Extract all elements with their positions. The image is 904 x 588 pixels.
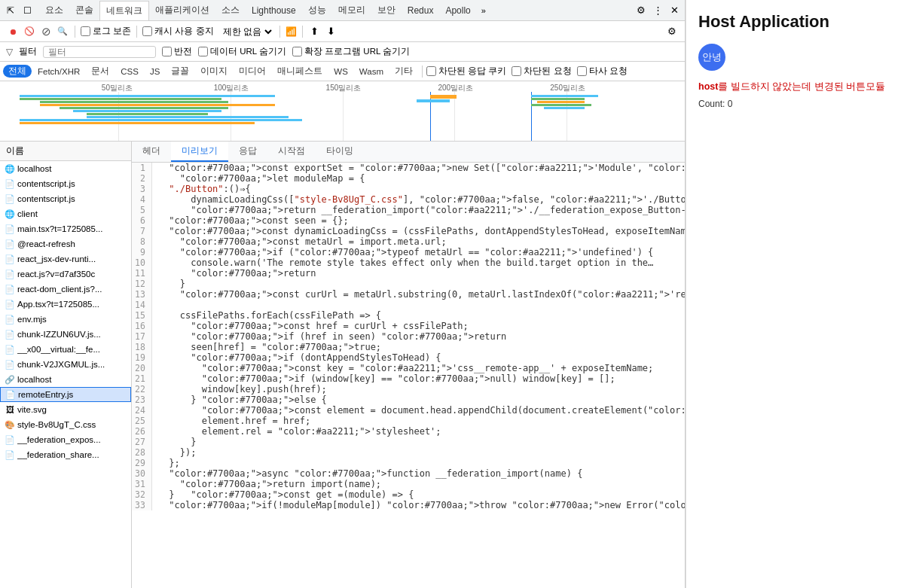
sub-tab-timing[interactable]: 타이밍: [316, 142, 364, 162]
file-item[interactable]: 🎨 style-Bv8UgT_C.css: [0, 417, 131, 432]
third-party-label[interactable]: 타사 요청: [577, 66, 628, 77]
invert-checkbox[interactable]: [162, 47, 172, 56]
log-preserve-checkbox[interactable]: [81, 26, 90, 36]
file-item[interactable]: 📄 remoteEntry.js: [0, 387, 131, 402]
file-list-header: 이름: [0, 142, 131, 161]
upload-button[interactable]: ⬆: [308, 25, 322, 38]
line-num: 3: [132, 184, 151, 194]
file-name: env.mjs: [17, 315, 127, 324]
download-button[interactable]: ⬇: [325, 25, 338, 38]
type-btn-이미지[interactable]: 이미지: [195, 65, 233, 78]
hide-data-url-checkbox[interactable]: [198, 47, 208, 56]
line-code: "color:#7700aa;">const exportSet = "colo…: [151, 163, 685, 173]
close-devtools-icon[interactable]: ✕: [667, 3, 682, 18]
search-button[interactable]: 🔍: [56, 25, 69, 38]
log-preserve[interactable]: 로그 보존: [81, 26, 131, 37]
code-view[interactable]: 1 "color:#7700aa;">const exportSet = "co…: [132, 163, 685, 588]
stop-button[interactable]: 🚫: [23, 25, 36, 38]
file-item[interactable]: 📄 chunk-IZZUN6UV.js...: [0, 327, 131, 342]
line-code: "color:#7700aa;">if (href in seen) "colo…: [151, 331, 685, 342]
file-item[interactable]: 📄 main.tsx?t=1725085...: [0, 221, 131, 236]
file-name: __federation_share...: [17, 450, 127, 459]
type-btn-글꼴[interactable]: 글꼴: [166, 65, 194, 78]
file-item[interactable]: 📄 chunk-V2JXGMUL.js...: [0, 357, 131, 372]
app-count: Count: 0: [698, 99, 892, 109]
type-btn-미디어[interactable]: 미디어: [234, 65, 271, 78]
line-num: 27: [132, 437, 151, 447]
clear-button[interactable]: ⊘: [39, 25, 53, 38]
tab-memory[interactable]: 메모리: [332, 1, 371, 20]
type-btn-JS[interactable]: JS: [145, 66, 165, 77]
timeline-area[interactable]: 50밀리초100밀리초150밀리초200밀리초250밀리초: [0, 81, 685, 142]
type-btn-CSS[interactable]: CSS: [115, 66, 144, 77]
file-item[interactable]: 📄 react.js?v=d7af350c: [0, 267, 131, 282]
throttle-select[interactable]: 제한 없음: [220, 26, 274, 37]
tab-performance[interactable]: 성능: [302, 1, 332, 20]
file-item[interactable]: 📄 __x00__virtual:__fe...: [0, 342, 131, 357]
line-code: "color:#7700aa;">if (dontAppendStylesToH…: [151, 352, 685, 363]
file-item[interactable]: 📄 __federation_share...: [0, 447, 131, 462]
cache-disable[interactable]: 캐시 사용 중지: [142, 26, 213, 37]
sub-tab-initiator[interactable]: 시작점: [267, 142, 316, 162]
tab-sources[interactable]: 소스: [215, 1, 246, 20]
type-btn-전체[interactable]: 전체: [3, 65, 32, 78]
type-btn-WS[interactable]: WS: [328, 66, 353, 77]
type-btn-Fetch/XHR[interactable]: Fetch/XHR: [32, 66, 85, 77]
hide-ext-url-checkbox[interactable]: [292, 47, 302, 56]
sub-tab-header[interactable]: 헤더: [132, 142, 171, 162]
invert-filter[interactable]: 반전: [162, 46, 192, 57]
throttle-dropdown[interactable]: 제한 없음: [220, 26, 274, 37]
file-item[interactable]: 🖼 vite.svg: [0, 402, 131, 417]
file-icon: 🔗: [5, 375, 15, 385]
tab-elements[interactable]: 요소: [39, 1, 69, 20]
file-item[interactable]: 🌐 client: [0, 206, 131, 221]
element-icon[interactable]: ☐: [20, 3, 35, 18]
dock-icon[interactable]: ⇱: [3, 3, 18, 18]
tab-redux[interactable]: Redux: [402, 2, 440, 19]
sub-tab-response[interactable]: 응답: [228, 142, 267, 162]
line-num: 19: [132, 352, 151, 363]
network-settings-button[interactable]: ⚙: [665, 25, 679, 38]
tab-network[interactable]: 네트워크: [99, 1, 149, 20]
record-button[interactable]: ⏺: [6, 25, 20, 38]
filter-input[interactable]: [43, 46, 156, 58]
file-item[interactable]: 📄 env.mjs: [0, 312, 131, 327]
file-item[interactable]: 🔗 localhost: [0, 372, 131, 387]
tl-bar-6: [73, 110, 221, 112]
file-icon: 📄: [5, 194, 15, 204]
type-btn-매니페스트[interactable]: 매니페스트: [272, 65, 328, 78]
tab-more[interactable]: »: [477, 3, 490, 18]
file-name: __federation_expos...: [17, 435, 127, 444]
tab-lighthouse[interactable]: Lighthouse: [246, 2, 302, 19]
hide-ext-url[interactable]: 확장 프로그램 URL 숨기기: [292, 46, 410, 57]
file-item[interactable]: 🌐 localhost: [0, 161, 131, 176]
tab-console[interactable]: 콘솔: [69, 1, 99, 20]
tab-application[interactable]: 애플리케이션: [149, 1, 215, 20]
blocked-cookie-label[interactable]: 차단된 응답 쿠키: [426, 66, 506, 77]
cache-disable-checkbox[interactable]: [142, 26, 152, 36]
hide-data-url[interactable]: 데이터 URL 숨기기: [198, 46, 286, 57]
tl-bar-3: [40, 101, 228, 103]
line-code: "color:#7700aa;">if(!moduleMap[module]) …: [151, 500, 685, 510]
file-item[interactable]: 📄 __federation_expos...: [0, 432, 131, 447]
tab-security[interactable]: 보안: [371, 1, 402, 20]
tab-apollo[interactable]: Apollo: [439, 2, 476, 19]
file-item[interactable]: 📄 contentscript.js: [0, 176, 131, 191]
file-item[interactable]: 📄 react-dom_client.js?...: [0, 282, 131, 297]
file-item[interactable]: 📄 react_jsx-dev-runti...: [0, 251, 131, 267]
file-item[interactable]: 📄 @react-refresh: [0, 236, 131, 251]
sub-tab-preview[interactable]: 미리보기: [171, 142, 228, 162]
settings-icon[interactable]: ⚙: [634, 3, 649, 18]
line-code: }: [151, 279, 685, 289]
type-btn-문서[interactable]: 문서: [86, 65, 115, 78]
type-btn-기타[interactable]: 기타: [389, 65, 418, 78]
more-options-icon[interactable]: ⋮: [650, 3, 665, 18]
sub-tabs-bar: 헤더 미리보기 응답 시작점 타이밍: [132, 142, 685, 163]
blocked-req-label[interactable]: 차단된 요청: [512, 66, 571, 77]
file-name: contentscript.js: [17, 179, 127, 188]
file-item[interactable]: 📄 App.tsx?t=1725085...: [0, 297, 131, 312]
file-item[interactable]: 📄 contentscript.js: [0, 191, 131, 206]
type-btn-Wasm[interactable]: Wasm: [354, 66, 389, 77]
tl-bar-1: [20, 95, 275, 97]
file-icon: 🎨: [5, 420, 15, 430]
